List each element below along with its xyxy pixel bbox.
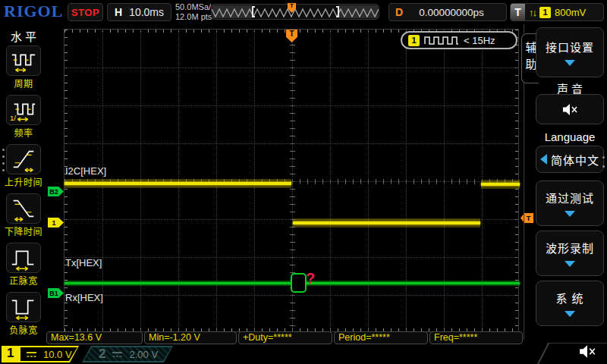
- channel1-tab-body: 10.0 V: [20, 347, 77, 361]
- channel1-number: 1: [7, 346, 14, 361]
- menu-item-period[interactable]: 周期: [0, 46, 47, 89]
- channel1-tab[interactable]: 10.0 V 1: [2, 346, 79, 362]
- trigger-level-marker[interactable]: T: [521, 213, 533, 223]
- menu-item-label: 正脉宽: [0, 274, 47, 287]
- acquisition-info: 50.0MSa/s 12.0M pts: [175, 2, 215, 22]
- language-select-button[interactable]: 简体中文: [536, 146, 604, 173]
- oscilloscope-screen: RIGOL STOP H 10.0ms 50.0MSa/s 12.0M pts …: [0, 0, 607, 364]
- run-state-indicator: STOP: [68, 3, 103, 21]
- trigger-frequency-badge: 1 < 15Hz: [401, 31, 517, 49]
- negative-pulse-width-button[interactable]: [6, 292, 41, 322]
- sample-rate: 50.0MSa/s: [175, 2, 215, 12]
- menu-item-positive-pulse-width[interactable]: 正脉宽: [0, 243, 47, 287]
- trigger-slope-arrows-icon: ↑↓: [529, 7, 536, 18]
- gridline: [406, 30, 407, 331]
- waveform-record-button[interactable]: 波形录制: [536, 231, 604, 276]
- measure-menu-title: 水 平: [0, 28, 47, 44]
- interface-settings-button[interactable]: 接口设置: [536, 27, 604, 77]
- dc-coupling-icon: [26, 350, 37, 358]
- pass-fail-test-button[interactable]: 通过测试: [536, 180, 604, 226]
- system-label: 系 统: [555, 290, 583, 306]
- menu-scroll-dot: [2, 155, 5, 158]
- channel2-tab-body: 2 2.00 V: [83, 347, 171, 361]
- menu-item-label: 负脉宽: [0, 323, 47, 336]
- menu-item-negative-pulse-width[interactable]: 负脉宽: [0, 292, 47, 336]
- menu-scroll-dot: [2, 162, 5, 165]
- measure-menu: 水 平 周期 1/: [0, 24, 47, 346]
- language-heading: Language: [536, 130, 604, 143]
- menu-item-label: 频率: [0, 126, 47, 139]
- positive-pulse-width-icon: [9, 243, 38, 272]
- waveform-overview-strip: T: [211, 4, 379, 20]
- window-bracket-left-icon: [252, 6, 253, 17]
- memory-depth: 12.0M pts: [175, 12, 215, 22]
- speaker-muted-status: [578, 344, 596, 362]
- overview-offscreen-left: [212, 5, 252, 18]
- bus1-position-marker[interactable]: B1: [48, 288, 64, 298]
- horizontal-label: H: [115, 6, 122, 18]
- system-button[interactable]: 系 统: [536, 281, 604, 326]
- dropdown-arrow-icon: [565, 311, 575, 317]
- negative-pulse-width-icon: [9, 293, 38, 322]
- fall-time-icon: [9, 194, 38, 223]
- gridline: [64, 295, 518, 296]
- fall-time-button[interactable]: [6, 193, 41, 224]
- rise-time-icon: [9, 145, 38, 174]
- pulse-train-icon: [424, 35, 459, 46]
- select-left-arrow-icon: [540, 154, 547, 165]
- horizontal-timebase-box: H 10.0ms: [107, 3, 171, 21]
- delay-value: 0.00000000ps: [403, 7, 500, 18]
- measurement-duty: +Duty=*****: [238, 331, 332, 344]
- ch1-trace-segment: [293, 221, 480, 224]
- overview-offscreen-right: [339, 5, 378, 18]
- rx-bus-label: Rx[HEX]: [65, 292, 103, 303]
- menu-scroll-dot: [602, 156, 605, 158]
- frequency-button[interactable]: 1/: [6, 95, 41, 125]
- channel1-position-marker[interactable]: 1: [48, 218, 64, 228]
- period-button[interactable]: [6, 46, 41, 76]
- decode-frame: [291, 273, 307, 293]
- menu-item-label: 上升时间: [0, 175, 47, 188]
- trigger-level-value: 800mV: [555, 7, 586, 18]
- panel-divider: [537, 343, 549, 364]
- pass-fail-test-label: 通过测试: [546, 190, 594, 206]
- language-value: 简体中文: [551, 152, 599, 168]
- ch1-trace-segment: [64, 182, 291, 185]
- menu-item-frequency[interactable]: 1/ 频率: [0, 95, 47, 139]
- trigger-source-chip: 1: [408, 35, 420, 46]
- tx-bus-label: Tx[HEX]: [65, 257, 102, 268]
- dropdown-arrow-icon: [565, 261, 575, 267]
- sound-mute-button[interactable]: [536, 94, 604, 124]
- measurement-freq: Freq=*****: [429, 331, 523, 344]
- menu-scroll-dot: [2, 169, 5, 171]
- channel2-scale: 2.00 V: [129, 349, 158, 360]
- trigger-status-box: T ↑↓ 1 800mV: [510, 3, 604, 21]
- speaker-muted-icon: [578, 344, 596, 359]
- gridline: [368, 30, 369, 331]
- bus2-position-marker[interactable]: B2: [48, 187, 64, 196]
- channel1-scale: 10.0 V: [43, 349, 72, 360]
- window-bracket-right-icon: [338, 6, 339, 17]
- gridline: [64, 143, 518, 144]
- frequency-icon: 1/: [9, 96, 38, 124]
- speaker-muted-icon: [561, 103, 578, 116]
- measurement-min: Min=-1.20 V: [144, 331, 237, 344]
- menu-item-label: 下降时间: [0, 224, 47, 237]
- measurement-period: Period=*****: [334, 331, 428, 344]
- rigol-logo: RIGOL: [4, 2, 63, 21]
- trigger-label: T: [511, 4, 525, 20]
- channel2-tab[interactable]: 2 2.00 V: [82, 346, 173, 362]
- menu-item-fall-time[interactable]: 下降时间: [0, 193, 47, 237]
- gridline: [444, 30, 445, 331]
- menu-item-rise-time[interactable]: 上升时间: [0, 144, 47, 188]
- gridline: [64, 67, 518, 68]
- rise-time-button[interactable]: [6, 144, 41, 174]
- menu-scroll-dot: [2, 149, 5, 151]
- delay-box: D 0.00000000ps: [388, 3, 507, 21]
- positive-pulse-width-button[interactable]: [6, 243, 41, 273]
- period-icon: [9, 46, 38, 75]
- bus2-label: I2C[HEX]: [65, 165, 106, 177]
- delay-label: D: [395, 6, 403, 18]
- gridline: [64, 105, 518, 106]
- menu-item-label: 周期: [0, 77, 47, 89]
